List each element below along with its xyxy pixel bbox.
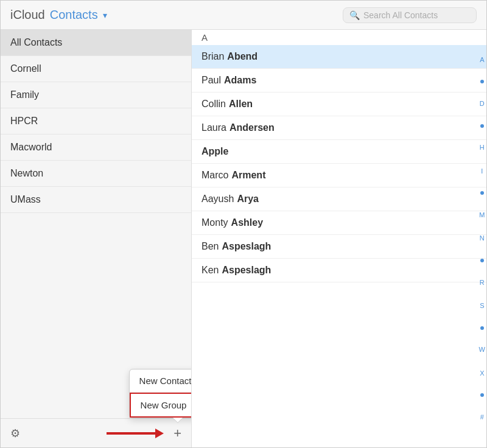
contact-row-apple[interactable]: Apple: [192, 140, 486, 164]
sidebar-item-macworld[interactable]: Macworld: [1, 135, 191, 161]
arrow-line: [107, 432, 155, 435]
context-menu-wrapper: New Contact New Group +: [173, 425, 181, 441]
contact-list: A Brian Abend Paul Adams Collin Allen La…: [192, 30, 486, 447]
contact-row-collin-allen[interactable]: Collin Allen: [192, 93, 486, 116]
sidebar-item-hpcr[interactable]: HPCR: [1, 108, 191, 135]
sidebar: All Contacts Cornell Family HPCR Macworl…: [1, 30, 192, 447]
contact-row-monty-ashley[interactable]: Monty Ashley: [192, 211, 486, 235]
contact-row-ben-aspeslagh[interactable]: Ben Aspeslagh: [192, 235, 486, 259]
contact-row-aayush-arya[interactable]: Aayush Arya: [192, 187, 486, 211]
icloud-title: iCloud: [10, 8, 45, 22]
search-icon: 🔍: [349, 10, 360, 20]
sidebar-item-all-contacts[interactable]: All Contacts: [1, 30, 191, 56]
plus-icon[interactable]: +: [173, 425, 181, 441]
app-container: iCloud Contacts ▾ 🔍 Search All Contacts …: [0, 0, 487, 448]
section-header-a: A: [192, 30, 486, 45]
chevron-down-icon[interactable]: ▾: [103, 10, 107, 20]
sidebar-footer: ⚙ New Contact New Group: [1, 418, 191, 447]
sidebar-list: All Contacts Cornell Family HPCR Macworl…: [1, 30, 191, 418]
contact-row-brian-abend[interactable]: Brian Abend: [192, 45, 486, 69]
arrow-head: [155, 429, 164, 438]
context-menu: New Contact New Group: [129, 369, 192, 418]
contact-row-marco-arment[interactable]: Marco Arment: [192, 164, 486, 187]
contact-row-laura-andersen[interactable]: Laura Andersen: [192, 116, 486, 140]
search-placeholder-text: Search All Contacts: [363, 10, 438, 20]
contact-row-ken-aspeslagh[interactable]: Ken Aspeslagh: [192, 259, 486, 282]
header: iCloud Contacts ▾ 🔍 Search All Contacts: [1, 1, 486, 30]
sidebar-item-newton[interactable]: Newton: [1, 161, 191, 187]
gear-icon[interactable]: ⚙: [10, 427, 20, 440]
search-bar[interactable]: 🔍 Search All Contacts: [343, 7, 477, 23]
new-contact-menu-item[interactable]: New Contact: [130, 369, 192, 393]
arrow-annotation: [107, 429, 164, 438]
contact-row-paul-adams[interactable]: Paul Adams: [192, 69, 486, 93]
new-group-menu-item[interactable]: New Group: [130, 393, 192, 418]
contacts-title: Contacts: [50, 8, 98, 22]
main-layout: All Contacts Cornell Family HPCR Macworl…: [1, 30, 486, 447]
sidebar-item-cornell[interactable]: Cornell: [1, 56, 191, 82]
sidebar-item-umass[interactable]: UMass: [1, 187, 191, 213]
sidebar-item-family[interactable]: Family: [1, 82, 191, 108]
